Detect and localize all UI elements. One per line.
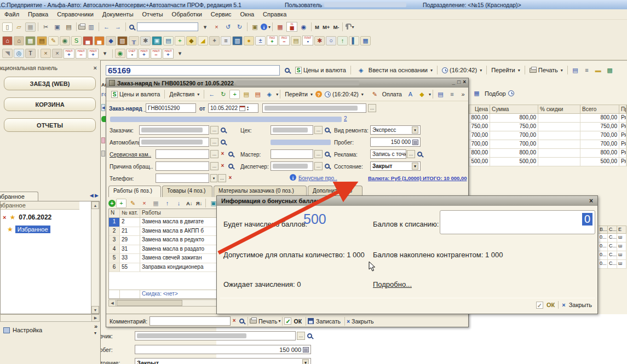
works-column-header[interactable]: N: [109, 209, 120, 217]
folder-red-icon[interactable]: ▄: [83, 36, 93, 45]
calc-row-icon[interactable]: ▦: [151, 199, 161, 208]
shift-clock-icon[interactable]: ○: [326, 36, 336, 45]
close-button[interactable]: Закрыть: [352, 318, 373, 325]
bg-customer-buttons[interactable]: [297, 332, 314, 340]
side-table-row[interactable]: 0...С...ш: [599, 234, 626, 242]
invoice-plus-icon[interactable]: НАКЛ+: [64, 49, 74, 59]
bonus-info-icon[interactable]: [290, 174, 296, 181]
shop-field[interactable]: [271, 125, 313, 135]
goto-button[interactable]: Перейти▾: [282, 90, 315, 99]
stock-box-icon[interactable]: ▦: [25, 36, 36, 45]
time-button[interactable]: (16:20:42)▾: [322, 90, 366, 99]
invoice-plus3-icon[interactable]: НАКЛ+: [139, 49, 149, 59]
ad-field[interactable]: Запись с точк: [370, 149, 406, 159]
search-dropdown-icon[interactable]: ▾: [200, 22, 210, 32]
dialog-close-icon[interactable]: ×: [589, 197, 593, 205]
redo-icon[interactable]: →: [113, 22, 123, 32]
save-button[interactable]: Записать: [316, 318, 341, 325]
nomenclature-cube-icon[interactable]: ◆: [186, 36, 197, 45]
sort-desc-icon[interactable]: Я↓: [196, 200, 203, 206]
items-column-header[interactable]: Сумма: [490, 105, 538, 113]
master-buttons[interactable]: [314, 150, 331, 158]
goods-crate-icon[interactable]: ▤: [37, 36, 47, 45]
close-button[interactable]: ×: [463, 79, 466, 85]
find-prev-icon[interactable]: ↺: [223, 22, 233, 32]
items-column-header[interactable]: Пр: [619, 105, 626, 113]
refresh-icon[interactable]: ↻: [218, 90, 228, 99]
org-structure-icon[interactable]: ╥: [129, 36, 139, 45]
calendar-icon[interactable]: 31▦: [286, 22, 297, 32]
paste-icon[interactable]: ▤: [64, 22, 74, 32]
docs-stack-icon[interactable]: ▤: [291, 36, 301, 45]
panel-button[interactable]: ЗАЕЗД (WEB): [4, 77, 96, 90]
items-table-row[interactable]: 800,00800,00800,00Ря: [469, 114, 627, 123]
sum-icon[interactable]: A: [405, 90, 416, 99]
rows-icon[interactable]: ≡: [447, 90, 457, 99]
more-buttons-chevron[interactable]: »: [458, 90, 468, 99]
dropdown-icon[interactable]: ▾: [94, 331, 96, 336]
master-field[interactable]: [271, 149, 313, 159]
delete-row-icon[interactable]: ×: [139, 199, 149, 208]
calculator-icon[interactable]: [303, 347, 309, 353]
menu-item[interactable]: Документы: [98, 10, 138, 19]
doc-edit-icon[interactable]: ✎: [48, 36, 59, 45]
tab-scroll-arrows[interactable]: ◀ ▶: [90, 193, 99, 198]
dialog-ok-button[interactable]: ОК: [547, 302, 555, 308]
menu-item[interactable]: Справка: [258, 10, 291, 19]
redacted-vin-link[interactable]: [271, 140, 331, 145]
combo-dropdown-icon[interactable]: [302, 359, 309, 364]
side-table-row[interactable]: 0...С...ш: [599, 251, 626, 260]
items-table-row[interactable]: 700,00700,00700,00Ря: [469, 131, 627, 140]
payments-coins-icon[interactable]: ●: [244, 36, 254, 45]
phone-field[interactable]: [156, 174, 209, 183]
table-settings-icon[interactable]: ▦: [275, 22, 285, 32]
price-list-icon[interactable]: S: [71, 36, 82, 45]
web-doc-icon[interactable]: ◎: [14, 49, 24, 58]
help-icon[interactable]: [315, 91, 322, 97]
calc-m-button[interactable]: M: [315, 24, 319, 30]
invoice-minus-icon[interactable]: НАКЛ−: [76, 49, 87, 59]
service-wrench-icon[interactable]: [344, 24, 350, 30]
calc-m-plus-button[interactable]: M+: [323, 24, 330, 30]
print-button[interactable]: Печать▾: [527, 66, 566, 74]
company-building-icon[interactable]: ⌂: [2, 36, 13, 45]
rko-doc-icon[interactable]: РКО−: [279, 36, 290, 45]
new-doc-icon[interactable]: ▯: [2, 22, 13, 32]
delete-favorite-icon[interactable]: ×: [3, 214, 6, 221]
currency-total-link[interactable]: Валюта: Руб (1,0000) ИТОГО: 10 000,00: [368, 175, 467, 181]
items-column-header[interactable]: Всего: [580, 105, 619, 113]
workshop-icon[interactable]: ✱: [314, 36, 325, 45]
menu-item[interactable]: Окна: [236, 10, 259, 19]
comment-search-icon[interactable]: [239, 319, 244, 323]
comment-field[interactable]: [149, 316, 231, 326]
dialog-close-button[interactable]: Закрыть: [569, 302, 592, 308]
writeoff-input[interactable]: 0: [440, 210, 595, 234]
partners-icon[interactable]: ◆: [106, 36, 116, 45]
goto-button[interactable]: Перейти▾: [488, 66, 523, 74]
bg-state-combo[interactable]: Закрыт: [135, 358, 311, 364]
sales-chart-icon[interactable]: ◢: [198, 36, 208, 45]
dispatcher-field[interactable]: [271, 161, 313, 171]
unhold-doc-icon[interactable]: ▤: [252, 90, 263, 99]
bolt-icon[interactable]: T: [25, 49, 36, 58]
warehouse-building-icon[interactable]: ⌂: [14, 36, 24, 45]
add-doc-icon[interactable]: +: [229, 90, 240, 99]
date-spinner[interactable]: ▲▼: [246, 106, 249, 111]
calc-m-minus-button[interactable]: M-: [333, 24, 339, 30]
doc-link-suffix[interactable]: 2: [344, 115, 347, 122]
search-icon[interactable]: [285, 68, 290, 73]
menu-item[interactable]: Файл: [0, 10, 24, 19]
mechanism-icon[interactable]: ✱: [140, 36, 151, 45]
prices-currency-button[interactable]: Цены и валюта: [108, 90, 163, 99]
time-button[interactable]: (16:20:42)▾: [439, 66, 485, 74]
move-down-icon[interactable]: ↓: [174, 199, 184, 208]
favorites-date-row[interactable]: × 07.06.2022: [3, 213, 51, 221]
service-tools-icon[interactable]: ✦: [209, 36, 220, 45]
info-icon[interactable]: [261, 24, 267, 30]
list-rows-icon[interactable]: ≡: [582, 66, 592, 75]
bars-report-icon[interactable]: ▌: [349, 36, 359, 45]
panel-button[interactable]: ОТЧЕТЫ: [4, 118, 96, 132]
items-column-header[interactable]: % скидки: [538, 105, 580, 113]
favorites-hscrollbar[interactable]: ▶: [0, 314, 100, 322]
copy-icon[interactable]: ▣: [52, 22, 62, 32]
